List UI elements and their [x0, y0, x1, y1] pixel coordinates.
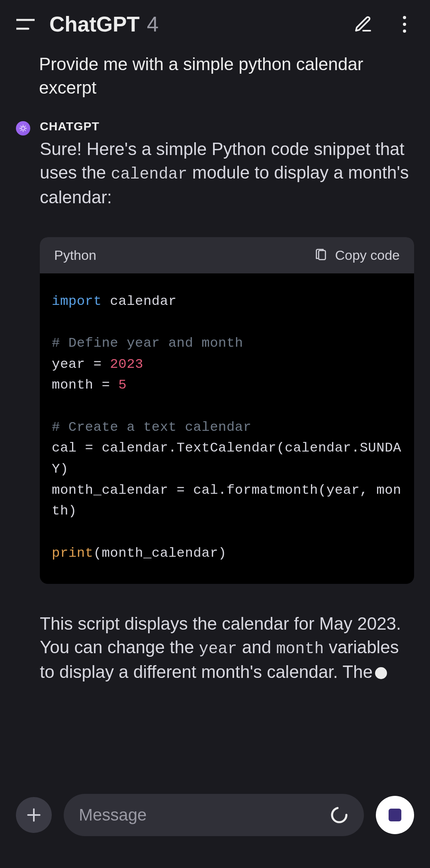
- message-input[interactable]: Message: [64, 794, 364, 836]
- tok-import: import: [52, 294, 102, 309]
- svg-point-9: [332, 808, 346, 822]
- title-version: 4: [147, 12, 158, 36]
- inline-code-month: month: [276, 640, 324, 658]
- tok-print: print: [52, 546, 94, 561]
- code-body: import calendar # Define year and month …: [40, 273, 414, 584]
- user-message: Provide me with a simple python calendar…: [39, 52, 414, 100]
- inline-code-calendar: calendar: [111, 165, 188, 183]
- app-header: ChatGPT 4: [0, 0, 430, 52]
- assistant-label: CHATGPT: [40, 120, 414, 133]
- code-block: Python Copy code import calendar # Defin…: [40, 237, 414, 584]
- tok-printarg: (month_calendar): [94, 546, 227, 561]
- tok-5: 5: [118, 377, 127, 393]
- clipboard-icon: [314, 248, 328, 262]
- streaming-cursor-icon: [375, 667, 387, 679]
- svg-point-2: [403, 16, 406, 19]
- tok-comment1: # Define year and month: [52, 336, 243, 351]
- tok-year: year =: [52, 357, 110, 372]
- copy-code-button[interactable]: Copy code: [314, 247, 400, 263]
- title-main: ChatGPT: [49, 12, 140, 36]
- page-title[interactable]: ChatGPT 4: [49, 12, 339, 36]
- assistant-message: CHATGPT Sure! Here's a simple Python cod…: [16, 120, 414, 684]
- tok-cal2: month_calendar = cal.formatmonth(year, m…: [52, 483, 401, 519]
- compose-icon[interactable]: [354, 15, 373, 34]
- copy-code-label: Copy code: [335, 247, 400, 263]
- tok-2023: 2023: [110, 357, 143, 372]
- stop-button[interactable]: [376, 796, 414, 834]
- svg-point-4: [403, 29, 406, 33]
- header-actions: [354, 15, 414, 34]
- tok-comment2: # Create a text calendar: [52, 420, 252, 435]
- code-language: Python: [54, 247, 96, 263]
- assistant-content: CHATGPT Sure! Here's a simple Python cod…: [40, 120, 414, 684]
- tok-month: month =: [52, 377, 118, 393]
- plus-icon: [25, 806, 43, 824]
- attach-button[interactable]: [16, 797, 52, 833]
- more-options-icon[interactable]: [395, 15, 414, 34]
- outro-mid: and: [237, 637, 276, 657]
- stop-icon: [389, 809, 401, 821]
- svg-point-3: [403, 23, 406, 26]
- message-placeholder: Message: [79, 805, 147, 825]
- menu-icon[interactable]: [16, 15, 35, 34]
- conversation: Provide me with a simple python calendar…: [0, 52, 430, 683]
- user-message-text: Provide me with a simple python calendar…: [39, 54, 363, 97]
- code-header: Python Copy code: [40, 237, 414, 273]
- tok-cal1: cal = calendar.TextCalendar(calendar.SUN…: [52, 440, 401, 477]
- tok-calendar: calendar: [102, 294, 176, 309]
- svg-point-5: [22, 127, 25, 130]
- loading-icon: [330, 805, 349, 825]
- assistant-avatar: [16, 121, 30, 136]
- assistant-outro-text: This script displays the calendar for Ma…: [40, 612, 414, 684]
- input-bar: Message: [0, 794, 430, 836]
- svg-rect-6: [319, 251, 326, 260]
- inline-code-year: year: [199, 640, 237, 658]
- assistant-intro-text: Sure! Here's a simple Python code snippe…: [40, 137, 414, 209]
